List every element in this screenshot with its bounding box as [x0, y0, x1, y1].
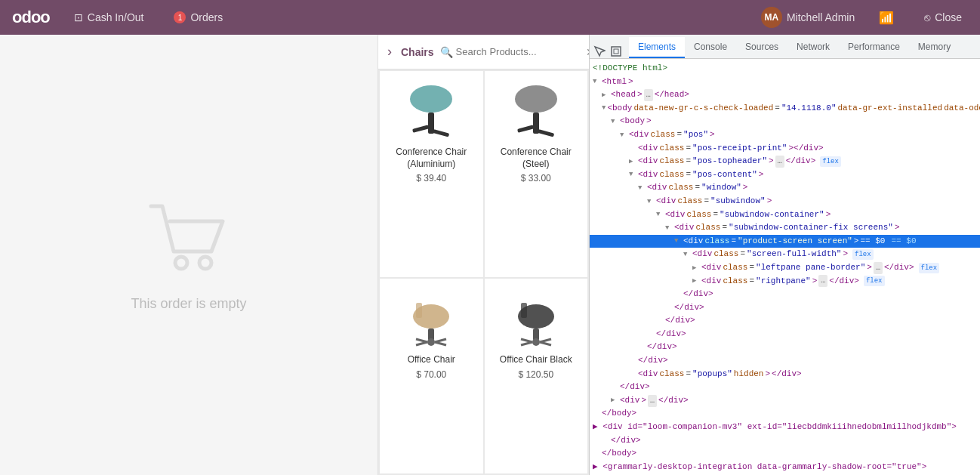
ellipsis[interactable]: … — [818, 275, 827, 287]
tree-triangle[interactable] — [638, 183, 646, 193]
search-input-wrapper: 🔍 ✕ — [440, 46, 595, 58]
tab-elements[interactable]: Elements — [629, 37, 685, 58]
tree-triangle[interactable] — [602, 103, 606, 113]
svg-point-0 — [175, 257, 187, 269]
flex-badge: flex — [820, 156, 841, 167]
svg-line-16 — [435, 339, 446, 342]
ellipsis[interactable]: … — [648, 395, 657, 407]
tree-line[interactable]: </div> — [590, 434, 980, 448]
cursor-icon[interactable] — [593, 45, 606, 58]
tree-triangle[interactable] — [692, 263, 700, 273]
tab-network[interactable]: Network — [787, 37, 839, 58]
product-image — [502, 80, 570, 140]
tree-line[interactable]: </div> — [590, 328, 980, 341]
tab-sources[interactable]: Sources — [736, 37, 787, 58]
tree-line[interactable]: <div class="popups" hidden> </div> — [590, 368, 980, 381]
svg-point-6 — [515, 85, 557, 113]
product-price: $ 33.00 — [521, 173, 551, 184]
product-card[interactable]: Conference Chair (Aluminium) $ 39.40 — [380, 71, 483, 277]
devtools-tab-bar: Elements Console Sources Network Perform… — [590, 35, 980, 59]
tree-line[interactable]: <div>… </div> — [590, 394, 980, 408]
html-tree: <!DOCTYPE html><html><head>… </head><bod… — [590, 59, 980, 475]
tree-line[interactable]: <body> — [590, 115, 980, 128]
tree-line[interactable]: <div class="rightpane">… </div>flex — [590, 275, 980, 288]
tree-triangle[interactable] — [656, 209, 664, 220]
tree-line[interactable]: ▶ <div id="loom-companion-mv3" ext-id="l… — [590, 421, 980, 434]
tree-line[interactable]: <head>… </head> — [590, 88, 980, 102]
product-name: Conference Chair (Steel) — [491, 147, 582, 170]
username: Mitchell Admin — [787, 11, 855, 23]
tree-line[interactable]: <div class="pos-topheader">… </div>flex — [590, 155, 980, 168]
tree-line[interactable]: <div class="product-screen screen"> == $… — [590, 235, 980, 248]
tree-line[interactable]: </div> — [590, 314, 980, 328]
tree-line[interactable]: </div> — [590, 288, 980, 301]
tab-memory[interactable]: Memory — [909, 37, 960, 58]
product-image — [397, 80, 465, 140]
tree-line[interactable]: <div class="pos"> — [590, 128, 980, 142]
tree-line[interactable]: </div> — [590, 341, 980, 354]
close-icon: ⎋ — [924, 11, 930, 23]
svg-rect-26 — [612, 47, 621, 56]
svg-point-20 — [532, 338, 540, 346]
tree-line[interactable]: <body data-new-gr-c-s-check-loaded="14.1… — [590, 102, 980, 116]
tree-triangle[interactable] — [629, 169, 636, 180]
tree-triangle[interactable] — [629, 156, 636, 167]
tree-line[interactable]: <div class="pos-content"> — [590, 168, 980, 182]
flex-badge: flex — [852, 249, 874, 260]
tree-line[interactable]: <div class="pos-receipt-print"></div> — [590, 142, 980, 156]
product-price: $ 70.00 — [416, 369, 446, 380]
close-button[interactable]: ⎋ Close — [918, 8, 968, 26]
category-toggle[interactable]: › — [384, 41, 395, 63]
tree-triangle[interactable] — [611, 116, 618, 127]
search-bar: › Chairs 🔍 ✕ — [378, 35, 589, 69]
cash-icon: ⊡ — [74, 11, 83, 23]
logo[interactable]: odoo — [12, 8, 50, 27]
tab-performance[interactable]: Performance — [839, 37, 909, 58]
tab-console[interactable]: Console — [685, 37, 736, 58]
ellipsis[interactable]: … — [644, 89, 653, 101]
svg-line-24 — [540, 339, 551, 342]
tree-triangle[interactable] — [692, 276, 700, 286]
ellipsis[interactable]: … — [775, 156, 784, 168]
tree-line[interactable]: <div class="screen-full-width">flex — [590, 248, 980, 261]
tree-line[interactable]: </div> — [590, 381, 980, 394]
main-content: This order is empty › Chairs 🔍 ✕ Confere… — [0, 35, 980, 475]
product-card[interactable]: Office Chair $ 70.00 — [380, 279, 483, 473]
tree-triangle[interactable] — [611, 395, 618, 406]
tree-triangle[interactable] — [683, 249, 691, 260]
ellipsis[interactable]: … — [874, 262, 883, 274]
box-inspect-icon[interactable] — [609, 45, 623, 58]
tree-triangle[interactable] — [620, 130, 627, 140]
svg-point-1 — [199, 257, 211, 269]
tree-triangle[interactable] — [593, 76, 600, 87]
tree-line[interactable]: <div class="window"> — [590, 181, 980, 195]
product-card[interactable]: Office Chair Black $ 120.50 — [485, 279, 588, 473]
tree-line[interactable]: <div class="subwindow-container"> — [590, 208, 980, 222]
pos-cart-panel: This order is empty — [0, 35, 378, 475]
tree-line[interactable]: </div> — [590, 354, 980, 368]
tree-line[interactable]: <div class="leftpane pane-border">… </di… — [590, 261, 980, 275]
tree-line[interactable]: </body> — [590, 447, 980, 461]
tree-line[interactable]: <div class="subwindow"> — [590, 195, 980, 208]
tree-triangle[interactable] — [665, 223, 673, 233]
tree-line[interactable]: <html> — [590, 76, 980, 89]
product-card[interactable]: Conference Chair (Steel) $ 33.00 — [485, 71, 588, 277]
tree-triangle[interactable] — [674, 236, 682, 246]
tree-triangle[interactable] — [647, 196, 655, 207]
cash-inout-button[interactable]: ⊡ Cash In/Out — [68, 8, 150, 26]
svg-line-23 — [521, 339, 532, 342]
search-input[interactable] — [456, 46, 583, 57]
tree-line[interactable]: <!DOCTYPE html> — [590, 62, 980, 76]
tree-line[interactable]: </body> — [590, 407, 980, 421]
tree-line[interactable]: ▶ <grammarly-desktop-integration data-gr… — [590, 461, 980, 474]
tree-triangle[interactable] — [602, 90, 609, 100]
orders-button[interactable]: 1 Orders — [168, 8, 229, 26]
product-image — [397, 288, 465, 348]
cart-icon — [143, 199, 234, 284]
category-label[interactable]: Chairs — [398, 46, 437, 58]
svg-rect-25 — [521, 303, 527, 318]
user-menu[interactable]: MA Mitchell Admin — [761, 7, 855, 28]
tree-line[interactable]: <div class="subwindow-container-fix scre… — [590, 221, 980, 235]
product-name: Conference Chair (Aluminium) — [386, 147, 477, 170]
tree-line[interactable]: </div> — [590, 301, 980, 315]
